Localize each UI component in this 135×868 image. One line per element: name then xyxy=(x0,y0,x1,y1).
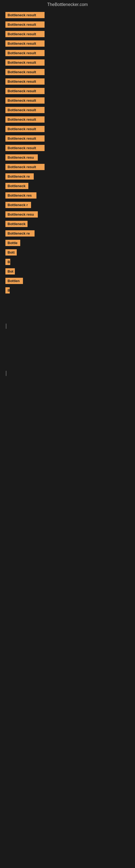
bottleneck-result-label: Bott xyxy=(5,249,17,255)
bottleneck-result-label: Bottleneck result xyxy=(5,50,45,56)
bottleneck-result-label: Bot xyxy=(5,268,15,275)
bottleneck-result-label: Bottleneck resu xyxy=(5,154,38,161)
separator-mark: | xyxy=(5,323,7,329)
bottleneck-result-label: Bottleneck result xyxy=(5,135,45,142)
bottleneck-result-label: Bottleneck resu xyxy=(5,211,38,218)
list-item: B xyxy=(5,259,130,266)
list-item: Bottle xyxy=(5,240,130,247)
bottleneck-result-label: Bottleneck xyxy=(5,221,28,227)
bottleneck-result-label: Bottleneck result xyxy=(5,40,45,46)
site-title: TheBottlenecker.com xyxy=(0,0,135,9)
list-item: Bottleneck re xyxy=(5,173,130,181)
list-item: | xyxy=(5,370,130,378)
bottleneck-result-label: Bottleneck result xyxy=(5,164,45,170)
list-item: Bottleneck result xyxy=(5,31,130,38)
bottleneck-result-label: Bottle xyxy=(5,240,20,246)
list-item xyxy=(5,357,130,368)
bottleneck-result-label: Bottleneck result xyxy=(5,88,45,94)
list-item: Bottleneck result xyxy=(5,22,130,29)
list-item xyxy=(5,310,130,321)
list-item: Bottleneck result xyxy=(5,88,130,95)
separator-mark: | xyxy=(5,370,7,376)
bottleneck-result-label: B xyxy=(5,287,10,293)
list-item: B xyxy=(5,287,130,294)
list-item xyxy=(5,297,130,308)
list-item: Bottleneck xyxy=(5,221,130,228)
bottleneck-result-label: Bottleneck result xyxy=(5,107,45,113)
bottleneck-result-label: Bottleneck re xyxy=(5,230,35,237)
list-item: Bottleneck result xyxy=(5,135,130,143)
list-item: | xyxy=(5,323,130,331)
list-item: Bottleneck result xyxy=(5,107,130,114)
bottleneck-result-label: Bottleneck result xyxy=(5,12,45,18)
list-item: Bottleneck re xyxy=(5,230,130,238)
list-item: Bottleneck result xyxy=(5,50,130,57)
bottleneck-result-label: Bottleneck result xyxy=(5,116,45,123)
list-item: Bot xyxy=(5,268,130,276)
list-item: Bottleneck resu xyxy=(5,154,130,162)
list-item xyxy=(5,331,130,342)
list-item: Bottleneck result xyxy=(5,59,130,67)
list-item: Bottleneck xyxy=(5,183,130,190)
bottleneck-result-label: Bottleneck result xyxy=(5,59,45,66)
list-item: Bottleneck resu xyxy=(5,211,130,219)
list-item: Bottleneck result xyxy=(5,164,130,171)
list-item xyxy=(5,344,130,355)
list-item: Bottleneck res xyxy=(5,192,130,199)
bottleneck-result-label: Bottleneck result xyxy=(5,145,45,151)
list-item: Bottleneck result xyxy=(5,145,130,152)
bottleneck-result-label: B xyxy=(5,259,10,265)
bottleneck-result-label: Bottleneck res xyxy=(5,192,37,198)
list-item: Bottleneck r xyxy=(5,202,130,209)
bottleneck-list: Bottleneck resultBottleneck resultBottle… xyxy=(0,9,135,381)
list-item: Bottlen xyxy=(5,278,130,285)
list-item: Bottleneck result xyxy=(5,12,130,19)
bottleneck-result-label: Bottleneck result xyxy=(5,126,45,132)
bottleneck-result-label: Bottlen xyxy=(5,278,23,284)
bottleneck-result-label: Bottleneck result xyxy=(5,31,45,37)
bottleneck-result-label: Bottleneck re xyxy=(5,173,34,180)
list-item: Bottleneck result xyxy=(5,126,130,133)
list-item: Bottleneck result xyxy=(5,79,130,86)
bottleneck-result-label: Bottleneck r xyxy=(5,202,31,208)
bottleneck-result-label: Bottleneck result xyxy=(5,97,45,104)
bottleneck-result-label: Bottleneck result xyxy=(5,69,45,75)
list-item: Bottleneck result xyxy=(5,97,130,105)
list-item: Bottleneck result xyxy=(5,69,130,76)
list-item: Bottleneck result xyxy=(5,116,130,124)
list-item: Bottleneck result xyxy=(5,40,130,48)
bottleneck-result-label: Bottleneck result xyxy=(5,79,45,85)
bottleneck-result-label: Bottleneck result xyxy=(5,22,45,28)
bottleneck-result-label: Bottleneck xyxy=(5,183,28,189)
list-item: Bott xyxy=(5,249,130,257)
